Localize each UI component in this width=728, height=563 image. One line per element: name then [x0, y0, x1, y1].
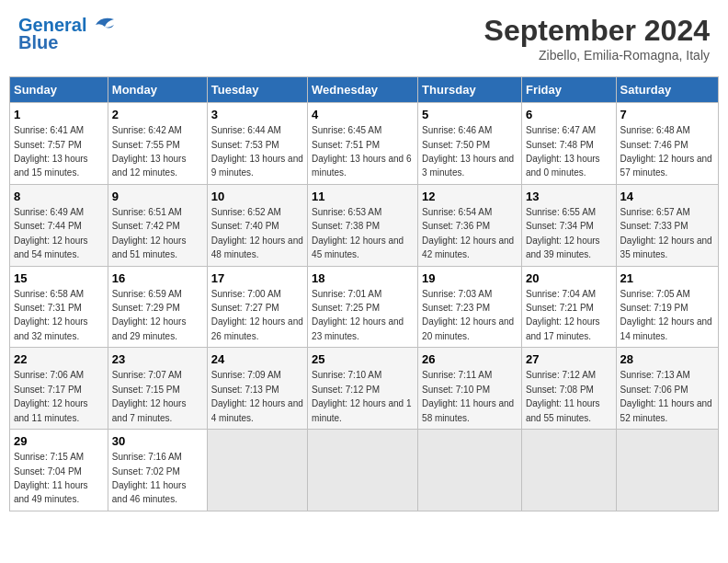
calendar-day-cell — [308, 430, 418, 511]
day-info: Sunrise: 6:46 AMSunset: 7:50 PMDaylight:… — [422, 125, 514, 178]
calendar-day-cell: 8Sunrise: 6:49 AMSunset: 7:44 PMDaylight… — [10, 184, 108, 266]
calendar-day-cell: 30Sunrise: 7:16 AMSunset: 7:02 PMDayligh… — [108, 430, 207, 511]
calendar-day-cell: 10Sunrise: 6:52 AMSunset: 7:40 PMDayligh… — [207, 184, 307, 266]
day-info: Sunrise: 6:51 AMSunset: 7:42 PMDaylight:… — [112, 207, 187, 259]
weekday-header: Friday — [521, 77, 616, 103]
day-info: Sunrise: 6:55 AMSunset: 7:34 PMDaylight:… — [526, 207, 600, 259]
calendar-day-cell: 18Sunrise: 7:01 AMSunset: 7:25 PMDayligh… — [308, 266, 418, 348]
calendar-day-cell: 16Sunrise: 6:59 AMSunset: 7:29 PMDayligh… — [108, 266, 207, 348]
day-info: Sunrise: 6:45 AMSunset: 7:51 PMDaylight:… — [312, 125, 411, 178]
calendar-week-row: 1Sunrise: 6:41 AMSunset: 7:57 PMDaylight… — [10, 103, 719, 185]
calendar-day-cell: 24Sunrise: 7:09 AMSunset: 7:13 PMDayligh… — [207, 348, 307, 430]
day-number: 22 — [14, 351, 104, 368]
day-number: 4 — [312, 107, 414, 123]
day-info: Sunrise: 6:48 AMSunset: 7:46 PMDaylight:… — [620, 125, 712, 178]
calendar-day-cell: 21Sunrise: 7:05 AMSunset: 7:19 PMDayligh… — [616, 266, 718, 348]
calendar-day-cell — [418, 430, 522, 511]
day-number: 13 — [526, 189, 612, 205]
calendar-day-cell: 29Sunrise: 7:15 AMSunset: 7:04 PMDayligh… — [10, 430, 108, 511]
day-number: 21 — [620, 270, 714, 287]
calendar-day-cell: 2Sunrise: 6:42 AMSunset: 7:55 PMDaylight… — [108, 103, 207, 185]
day-number: 29 — [14, 433, 104, 450]
calendar-day-cell: 15Sunrise: 6:58 AMSunset: 7:31 PMDayligh… — [10, 266, 108, 348]
day-info: Sunrise: 6:53 AMSunset: 7:38 PMDaylight:… — [312, 207, 404, 259]
calendar-day-cell: 28Sunrise: 7:13 AMSunset: 7:06 PMDayligh… — [616, 348, 718, 430]
month-title: September 2024 — [484, 14, 710, 48]
day-info: Sunrise: 7:11 AMSunset: 7:10 PMDaylight:… — [422, 370, 514, 422]
day-number: 27 — [526, 351, 612, 368]
calendar-day-cell: 20Sunrise: 7:04 AMSunset: 7:21 PMDayligh… — [521, 266, 616, 348]
day-number: 15 — [14, 270, 104, 287]
day-number: 12 — [422, 189, 518, 205]
calendar-day-cell: 19Sunrise: 7:03 AMSunset: 7:23 PMDayligh… — [418, 266, 522, 348]
day-info: Sunrise: 7:05 AMSunset: 7:19 PMDaylight:… — [620, 289, 712, 341]
day-number: 26 — [422, 351, 518, 368]
logo-bird-icon — [88, 14, 118, 36]
day-number: 1 — [14, 107, 104, 123]
day-number: 3 — [211, 107, 303, 123]
calendar-day-cell: 9Sunrise: 6:51 AMSunset: 7:42 PMDaylight… — [108, 184, 207, 266]
day-info: Sunrise: 6:44 AMSunset: 7:53 PMDaylight:… — [211, 125, 303, 178]
title-section: September 2024 Zibello, Emilia-Romagna, … — [484, 14, 710, 63]
day-number: 20 — [526, 270, 612, 287]
calendar-table: SundayMondayTuesdayWednesdayThursdayFrid… — [9, 76, 719, 511]
calendar-day-cell: 25Sunrise: 7:10 AMSunset: 7:12 PMDayligh… — [308, 348, 418, 430]
day-number: 6 — [526, 107, 612, 123]
day-number: 24 — [211, 351, 303, 368]
weekday-header: Saturday — [616, 77, 718, 103]
day-info: Sunrise: 6:42 AMSunset: 7:55 PMDaylight:… — [112, 125, 187, 178]
logo: General Blue — [18, 14, 118, 53]
day-info: Sunrise: 6:47 AMSunset: 7:48 PMDaylight:… — [526, 125, 600, 178]
calendar-day-cell: 12Sunrise: 6:54 AMSunset: 7:36 PMDayligh… — [418, 184, 522, 266]
calendar-week-row: 29Sunrise: 7:15 AMSunset: 7:04 PMDayligh… — [10, 430, 719, 511]
day-info: Sunrise: 7:10 AMSunset: 7:12 PMDaylight:… — [312, 370, 411, 422]
day-info: Sunrise: 7:09 AMSunset: 7:13 PMDaylight:… — [211, 370, 303, 422]
day-number: 16 — [112, 270, 203, 287]
day-info: Sunrise: 6:52 AMSunset: 7:40 PMDaylight:… — [211, 207, 303, 259]
day-number: 18 — [312, 270, 414, 287]
day-info: Sunrise: 7:16 AMSunset: 7:02 PMDaylight:… — [112, 452, 187, 504]
day-info: Sunrise: 7:12 AMSunset: 7:08 PMDaylight:… — [526, 370, 600, 422]
calendar-week-row: 22Sunrise: 7:06 AMSunset: 7:17 PMDayligh… — [10, 348, 719, 430]
weekday-header: Monday — [108, 77, 207, 103]
calendar-day-cell: 1Sunrise: 6:41 AMSunset: 7:57 PMDaylight… — [10, 103, 108, 185]
calendar-day-cell: 17Sunrise: 7:00 AMSunset: 7:27 PMDayligh… — [207, 266, 307, 348]
calendar-day-cell: 22Sunrise: 7:06 AMSunset: 7:17 PMDayligh… — [10, 348, 108, 430]
page-header: General Blue September 2024 Zibello, Emi… — [9, 9, 719, 67]
day-number: 7 — [620, 107, 714, 123]
weekday-header: Wednesday — [308, 77, 418, 103]
weekday-header: Thursday — [418, 77, 522, 103]
calendar-day-cell: 7Sunrise: 6:48 AMSunset: 7:46 PMDaylight… — [616, 103, 718, 185]
day-number: 28 — [620, 351, 714, 368]
calendar-day-cell: 6Sunrise: 6:47 AMSunset: 7:48 PMDaylight… — [521, 103, 616, 185]
calendar-day-cell: 11Sunrise: 6:53 AMSunset: 7:38 PMDayligh… — [308, 184, 418, 266]
weekday-header: Tuesday — [207, 77, 307, 103]
day-number: 8 — [14, 189, 104, 205]
day-number: 2 — [112, 107, 203, 123]
day-number: 19 — [422, 270, 518, 287]
day-info: Sunrise: 6:49 AMSunset: 7:44 PMDaylight:… — [14, 207, 88, 259]
day-info: Sunrise: 6:41 AMSunset: 7:57 PMDaylight:… — [14, 125, 88, 178]
day-number: 17 — [211, 270, 303, 287]
day-number: 25 — [312, 351, 414, 368]
day-info: Sunrise: 7:13 AMSunset: 7:06 PMDaylight:… — [620, 370, 712, 422]
calendar-day-cell — [616, 430, 718, 511]
day-info: Sunrise: 7:00 AMSunset: 7:27 PMDaylight:… — [211, 289, 303, 341]
calendar-day-cell: 3Sunrise: 6:44 AMSunset: 7:53 PMDaylight… — [207, 103, 307, 185]
calendar-day-cell: 23Sunrise: 7:07 AMSunset: 7:15 PMDayligh… — [108, 348, 207, 430]
calendar-day-cell: 26Sunrise: 7:11 AMSunset: 7:10 PMDayligh… — [418, 348, 522, 430]
day-info: Sunrise: 6:57 AMSunset: 7:33 PMDaylight:… — [620, 207, 712, 259]
calendar-day-cell: 4Sunrise: 6:45 AMSunset: 7:51 PMDaylight… — [308, 103, 418, 185]
calendar-week-row: 8Sunrise: 6:49 AMSunset: 7:44 PMDaylight… — [10, 184, 719, 266]
calendar-day-cell: 5Sunrise: 6:46 AMSunset: 7:50 PMDaylight… — [418, 103, 522, 185]
day-info: Sunrise: 7:04 AMSunset: 7:21 PMDaylight:… — [526, 289, 600, 341]
calendar-day-cell: 13Sunrise: 6:55 AMSunset: 7:34 PMDayligh… — [521, 184, 616, 266]
day-info: Sunrise: 7:15 AMSunset: 7:04 PMDaylight:… — [14, 452, 88, 504]
calendar-day-cell — [521, 430, 616, 511]
day-number: 23 — [112, 351, 203, 368]
calendar-week-row: 15Sunrise: 6:58 AMSunset: 7:31 PMDayligh… — [10, 266, 719, 348]
day-info: Sunrise: 7:06 AMSunset: 7:17 PMDaylight:… — [14, 370, 88, 422]
day-number: 30 — [112, 433, 203, 450]
location-subtitle: Zibello, Emilia-Romagna, Italy — [484, 48, 710, 63]
day-info: Sunrise: 7:03 AMSunset: 7:23 PMDaylight:… — [422, 289, 514, 341]
